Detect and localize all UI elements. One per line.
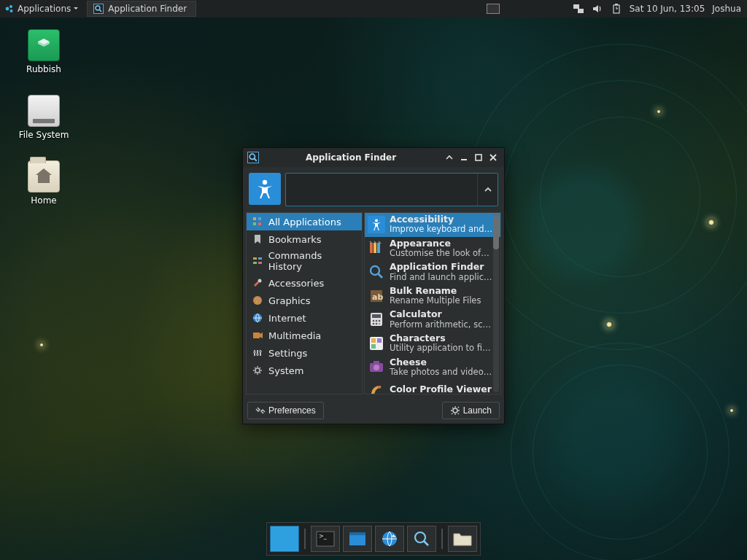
taskbar-app-button[interactable]: Application Finder (87, 1, 196, 17)
clock-label[interactable]: Sat 10 Jun, 13:05 (630, 4, 705, 14)
svg-rect-58 (374, 361, 379, 364)
volume-icon[interactable] (592, 3, 603, 15)
svg-line-10 (255, 159, 257, 161)
network-icon[interactable] (573, 3, 584, 15)
category-item[interactable]: Bookmarks (247, 230, 362, 248)
accessibility-icon (368, 216, 385, 233)
dock-folder[interactable] (448, 526, 477, 552)
preferences-button[interactable]: Preferences (247, 402, 324, 419)
chars-icon (368, 335, 385, 352)
application-item[interactable]: AccessibilityImprove keyboard and… (365, 213, 500, 237)
application-item[interactable]: Color Profile Viewer (365, 379, 500, 394)
app-title: Appearance (390, 238, 489, 249)
svg-point-51 (379, 323, 381, 325)
rename-icon: ab (368, 287, 385, 305)
application-item[interactable]: AppearanceCustomise the look of… (365, 237, 500, 261)
app-title: Color Profile Viewer (390, 384, 492, 394)
svg-rect-17 (258, 222, 261, 225)
category-item[interactable]: Graphics (247, 292, 362, 309)
cheese-icon (368, 358, 385, 376)
category-item[interactable]: Commands History (247, 248, 362, 274)
search-input[interactable] (286, 174, 477, 206)
window-close-button[interactable] (487, 151, 500, 164)
chevron-icon (74, 7, 78, 11)
category-label: Multimedia (268, 330, 321, 341)
category-item[interactable]: System (247, 362, 362, 379)
magnifier-icon (93, 4, 104, 14)
app-title: Application Finder (390, 262, 492, 272)
dock-app-finder[interactable] (407, 526, 436, 552)
internet-icon (251, 311, 264, 324)
category-item[interactable]: Internet (247, 309, 362, 327)
dock-web-browser[interactable] (375, 526, 404, 552)
svg-rect-39 (377, 243, 380, 253)
application-item[interactable]: CheeseTake photos and video… (365, 356, 500, 380)
svg-point-49 (373, 323, 375, 325)
svg-rect-12 (476, 155, 481, 160)
app-description: Take photos and video… (390, 368, 492, 377)
window-shade-button[interactable] (443, 151, 456, 164)
accessories-icon (251, 276, 264, 289)
launch-button[interactable]: Launch (442, 402, 500, 419)
category-item[interactable]: Settings (247, 344, 362, 362)
svg-point-2 (10, 9, 13, 12)
apps-icon (251, 215, 264, 228)
app-description: Customise the look of… (390, 249, 489, 258)
svg-text:ab: ab (372, 292, 383, 302)
svg-rect-37 (370, 243, 373, 253)
svg-point-0 (6, 7, 9, 11)
category-item[interactable]: All Applications (247, 213, 362, 230)
bottom-dock: >_ (266, 522, 481, 556)
application-item[interactable]: abBulk RenameRename Multiple Files (365, 284, 500, 308)
user-menu-label[interactable]: Joshua (712, 4, 741, 14)
window-minimize-button[interactable] (457, 151, 471, 164)
svg-rect-64 (349, 532, 365, 535)
power-icon[interactable] (611, 3, 622, 15)
category-item[interactable]: Accessories (247, 274, 362, 292)
filesystem-desktop-icon[interactable]: File System (15, 95, 73, 140)
app-title: Characters (390, 333, 491, 343)
category-label: Commands History (268, 250, 357, 272)
svg-point-60 (453, 408, 457, 413)
bookmark-icon (251, 233, 264, 246)
svg-rect-21 (258, 262, 262, 264)
dock-show-desktop[interactable] (270, 526, 299, 552)
category-label: Internet (268, 313, 306, 324)
multimedia-icon (251, 329, 264, 342)
svg-point-25 (258, 298, 260, 300)
search-field-wrap (285, 173, 498, 206)
category-item[interactable]: Multimedia (247, 327, 362, 344)
dock-file-manager[interactable] (343, 526, 372, 552)
application-list[interactable]: AccessibilityImprove keyboard and…Appear… (364, 212, 501, 394)
application-item[interactable]: CalculatorPerform arithmetic, sc… (365, 308, 500, 332)
preferences-label: Preferences (268, 405, 316, 416)
svg-rect-5 (573, 4, 579, 9)
gear-icon (450, 405, 460, 416)
scrollbar-thumb[interactable] (493, 214, 499, 249)
window-maximize-button[interactable] (472, 151, 485, 164)
calc-icon (368, 311, 385, 328)
svg-point-50 (376, 323, 378, 325)
svg-rect-20 (253, 262, 257, 264)
applications-menu-label: Applications (18, 4, 71, 14)
trash-label: Rubbish (26, 64, 61, 74)
svg-rect-45 (372, 314, 381, 318)
svg-rect-32 (253, 351, 256, 353)
top-panel: Applications Application Finder Sat 10 J… (0, 0, 747, 18)
color-icon (368, 381, 385, 394)
svg-point-36 (375, 219, 378, 222)
workspace-switcher[interactable] (487, 4, 500, 14)
category-label: Accessories (268, 278, 324, 289)
svg-rect-8 (615, 4, 618, 5)
application-item[interactable]: CharactersUtility application to fi… (365, 332, 500, 356)
window-titlebar[interactable]: Application Finder (243, 148, 504, 167)
category-list[interactable]: All ApplicationsBookmarksCommands Histor… (246, 212, 363, 394)
applications-menu-button[interactable]: Applications (0, 0, 82, 18)
search-dropdown-button[interactable] (477, 174, 498, 206)
home-desktop-icon[interactable]: Home (15, 160, 73, 206)
svg-point-57 (374, 365, 379, 370)
dock-terminal[interactable]: >_ (311, 526, 340, 552)
trash-desktop-icon[interactable]: Rubbish (15, 29, 73, 74)
chevron-up-icon (484, 185, 492, 194)
application-item[interactable]: Application FinderFind and launch applic… (365, 260, 500, 284)
